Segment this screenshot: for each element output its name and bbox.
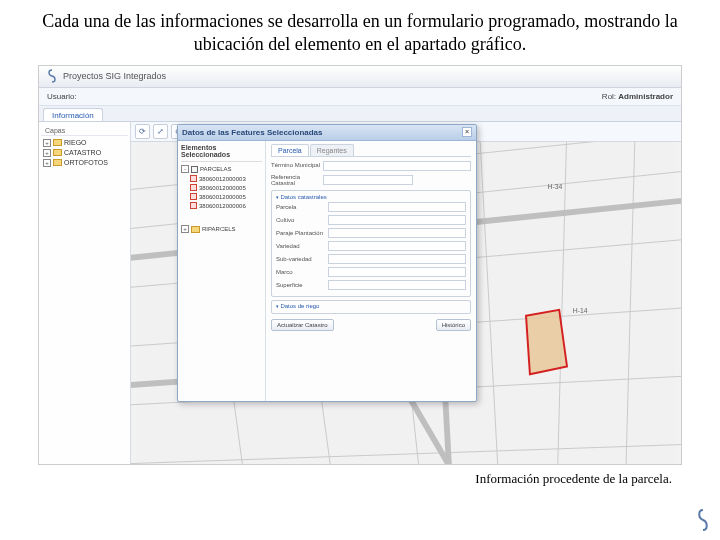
element-item[interactable]: 38060012000003: [181, 174, 262, 183]
selected-feature-icon: [190, 175, 197, 182]
layer-label: ORTOFOTOS: [64, 159, 108, 166]
update-catastro-button[interactable]: Actualizar Catastro: [271, 319, 334, 331]
layer-node[interactable]: + CATASTRO: [41, 148, 128, 158]
close-icon[interactable]: ×: [462, 127, 472, 137]
paraje-input[interactable]: [328, 228, 466, 238]
elements-panel: Elementos Seleccionados -PARCELAS 380600…: [178, 141, 266, 401]
dialog-title-text: Datos de las Features Seleccionadas: [182, 128, 323, 137]
folder-icon: [53, 159, 62, 166]
section-catastral: Datos catastrales Parcela Cultivo Paraje…: [271, 190, 471, 297]
layer-icon: [191, 166, 198, 173]
superficie-input[interactable]: [328, 280, 466, 290]
layer-label: CATASTRO: [64, 149, 101, 156]
folder-icon: [53, 149, 62, 156]
folder-icon: [53, 139, 62, 146]
layers-header: Capas: [41, 126, 128, 136]
expand-icon[interactable]: +: [181, 225, 189, 233]
field-label: Término Municipal: [271, 162, 323, 169]
element-root[interactable]: -PARCELAS: [181, 164, 262, 174]
field-label: Marco: [276, 269, 328, 276]
user-label: Usuario:: [47, 92, 77, 101]
expand-icon[interactable]: +: [43, 159, 51, 167]
selected-feature-icon: [190, 184, 197, 191]
tab-informacion[interactable]: Información: [43, 108, 103, 121]
field-label: Parcela: [276, 204, 328, 211]
layer-node[interactable]: + ORTOFOTOS: [41, 158, 128, 168]
historico-button[interactable]: Histórico: [436, 319, 471, 331]
field-label: Referencia Catastral: [271, 174, 323, 187]
field-label: Superficie: [276, 282, 328, 289]
element-item[interactable]: 38060012000006: [181, 201, 262, 210]
tool-refresh[interactable]: ⟳: [135, 124, 150, 139]
layer-node[interactable]: + RIEGO: [41, 138, 128, 148]
variedad-input[interactable]: [328, 241, 466, 251]
slide-caption: Información procedente de la parcela.: [0, 471, 672, 487]
app-titlebar: Proyectos SIG Integrados: [39, 66, 681, 88]
field-label: Variedad: [276, 243, 328, 250]
folder-icon: [191, 226, 200, 233]
section-title: Datos catastrales: [276, 194, 466, 200]
layers-sidebar: Capas + RIEGO + CATASTRO + ORTOFOTOS: [39, 122, 131, 464]
cultivo-input[interactable]: [328, 215, 466, 225]
field-label: Sub-variedad: [276, 256, 328, 263]
collapse-icon[interactable]: -: [181, 165, 189, 173]
element-item[interactable]: 38060012000005: [181, 183, 262, 192]
tab-regantes[interactable]: Regantes: [310, 144, 354, 156]
expand-icon[interactable]: +: [43, 149, 51, 157]
termino-input[interactable]: [323, 161, 471, 171]
element-item[interactable]: 38060012000005: [181, 192, 262, 201]
app-title: Proyectos SIG Integrados: [63, 71, 166, 81]
feature-dialog: Datos de las Features Seleccionadas × El…: [177, 124, 477, 402]
expand-icon[interactable]: +: [43, 139, 51, 147]
corner-logo-icon: [694, 508, 712, 532]
marco-input[interactable]: [328, 267, 466, 277]
element-root[interactable]: +RIPARCELS: [181, 224, 262, 234]
dialog-titlebar[interactable]: Datos de las Features Seleccionadas ×: [178, 125, 476, 141]
parcela-input[interactable]: [328, 202, 466, 212]
main-tabstrip: Información: [39, 106, 681, 122]
selected-feature-icon: [190, 193, 197, 200]
section-title: Datos de riego: [276, 303, 466, 309]
user-bar: Usuario: Rol: Administrador: [39, 88, 681, 106]
selected-feature-icon: [190, 202, 197, 209]
parcel-label: H-14: [573, 307, 588, 314]
section-riego: Datos de riego: [271, 300, 471, 314]
app-logo-icon: [45, 69, 59, 83]
field-label: Cultivo: [276, 217, 328, 224]
dialog-tabs: Parcela Regantes: [271, 144, 471, 157]
field-label: Paraje Plantación: [276, 230, 328, 237]
role-label: Rol:: [602, 92, 616, 101]
form-panel: Parcela Regantes Término Municipal Refer…: [266, 141, 476, 401]
elements-header: Elementos Seleccionados: [181, 144, 262, 162]
role-value: Administrador: [618, 92, 673, 101]
slide-title: Cada una de las informaciones se desarro…: [0, 0, 720, 65]
subvariedad-input[interactable]: [328, 254, 466, 264]
layer-label: RIEGO: [64, 139, 87, 146]
tab-parcela[interactable]: Parcela: [271, 144, 309, 156]
selected-parcel[interactable]: [526, 310, 567, 374]
tool-fullextent[interactable]: ⤢: [153, 124, 168, 139]
parcel-label: H-34: [547, 183, 562, 190]
refcat-input[interactable]: [323, 175, 413, 185]
app-window: Proyectos SIG Integrados Usuario: Rol: A…: [38, 65, 682, 465]
